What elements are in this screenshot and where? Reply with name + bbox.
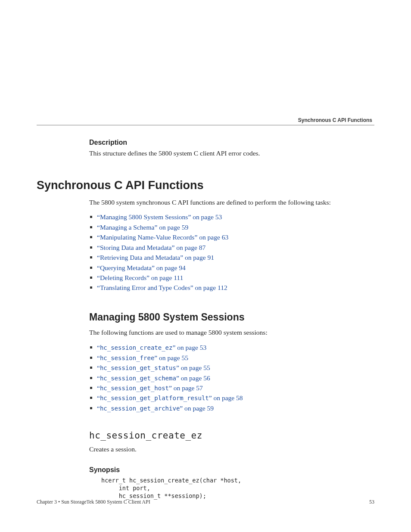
- cross-ref-link[interactable]: “hc_session_get_status” on page 55: [97, 364, 210, 371]
- section-link-item: “Managing 5800 System Sessions” on page …: [89, 213, 374, 222]
- subsection-title: Managing 5800 System Sessions: [89, 311, 374, 324]
- section-link-item: “Manipulating Name-Value Records” on pag…: [89, 233, 374, 242]
- page-footer: Chapter 3 • Sun StorageTek 5800 System C…: [37, 499, 374, 505]
- cross-ref-link[interactable]: “Managing a Schema” on page 59: [97, 224, 188, 231]
- section-link-item: “Querying Metadata” on page 94: [89, 264, 374, 273]
- section-link-item: “Deleting Records” on page 111: [89, 274, 374, 283]
- function-link-list: “hc_session_create_ez” on page 53“hc_ses…: [89, 343, 374, 413]
- description-heading: Description: [89, 138, 374, 147]
- section-link-item: “Retrieving Data and Metadata” on page 9…: [89, 253, 374, 262]
- section-intro: The 5800 system synchronous C API functi…: [89, 198, 374, 207]
- function-link-item: “hc_session_free” on page 55: [89, 354, 374, 363]
- cross-ref-link[interactable]: “Deleting Records” on page 111: [97, 274, 183, 281]
- cross-ref-link[interactable]: “hc_session_create_ez” on page 53: [97, 344, 206, 351]
- cross-ref-link[interactable]: “Retrieving Data and Metadata” on page 9…: [97, 254, 214, 261]
- section-link-item: “Managing a Schema” on page 59: [89, 223, 374, 232]
- cross-ref-link[interactable]: “Storing Data and Metadata” on page 87: [97, 244, 206, 251]
- function-link-item: “hc_session_get_platform_result” on page…: [89, 394, 374, 403]
- section-title: Synchronous C API Functions: [37, 179, 374, 192]
- function-link-item: “hc_session_create_ez” on page 53: [89, 343, 374, 352]
- cross-ref-link[interactable]: “hc_session_get_schema” on page 56: [97, 374, 210, 382]
- cross-ref-link[interactable]: “hc_session_free” on page 55: [97, 354, 188, 361]
- section-link-item: “Storing Data and Metadata” on page 87: [89, 243, 374, 252]
- cross-ref-link[interactable]: “Translating Error and Type Codes” on pa…: [97, 284, 227, 291]
- footer-chapter: Chapter 3 • Sun StorageTek 5800 System C…: [37, 499, 150, 505]
- cross-ref-link[interactable]: “hc_session_get_archive” on page 59: [97, 404, 214, 412]
- synopsis-heading: Synopsis: [89, 465, 374, 475]
- section-link-list: “Managing 5800 System Sessions” on page …: [89, 213, 374, 292]
- function-link-item: “hc_session_get_archive” on page 59: [89, 404, 374, 413]
- running-head: Synchronous C API Functions: [298, 117, 372, 123]
- footer-page-number: 53: [369, 499, 374, 505]
- subsection-intro: The following functions are used to mana…: [89, 328, 374, 337]
- cross-ref-link[interactable]: “Managing 5800 System Sessions” on page …: [97, 213, 222, 221]
- cross-ref-link[interactable]: “hc_session_get_host” on page 57: [97, 384, 203, 392]
- function-name: hc_session_create_ez: [89, 429, 374, 442]
- header-rule: [37, 125, 374, 125]
- description-text: This structure defines the 5800 system C…: [89, 149, 374, 158]
- cross-ref-link[interactable]: “hc_session_get_platform_result” on page…: [97, 394, 243, 401]
- function-link-item: “hc_session_get_host” on page 57: [89, 384, 374, 393]
- function-link-item: “hc_session_get_status” on page 55: [89, 364, 374, 373]
- cross-ref-link[interactable]: “Manipulating Name-Value Records” on pag…: [97, 233, 228, 241]
- function-desc: Creates a session.: [89, 445, 374, 454]
- synopsis-code: hcerr_t hc_session_create_ez(char *host,…: [101, 476, 374, 500]
- section-link-item: “Translating Error and Type Codes” on pa…: [89, 283, 374, 292]
- function-link-item: “hc_session_get_schema” on page 56: [89, 374, 374, 383]
- cross-ref-link[interactable]: “Querying Metadata” on page 94: [97, 264, 186, 271]
